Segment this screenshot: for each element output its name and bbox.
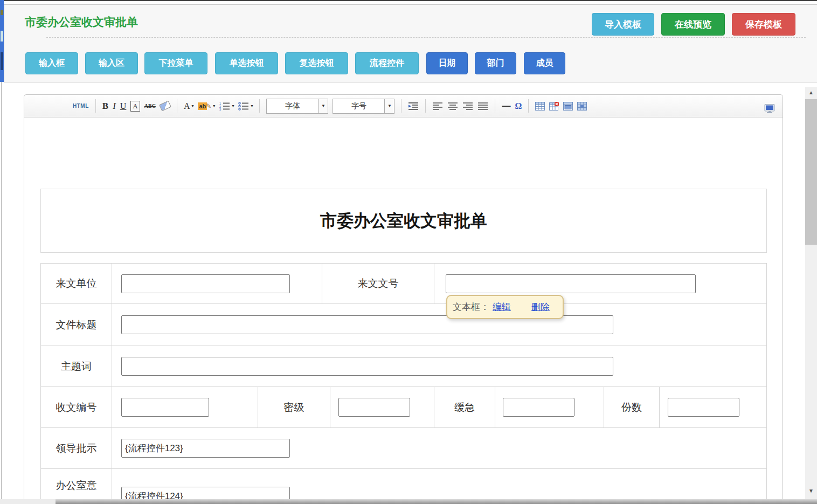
italic-button[interactable]: I — [113, 99, 116, 114]
background-window-mark — [1, 52, 3, 70]
delete-link[interactable]: 删除 — [531, 301, 550, 313]
editor-toolbar: HTML B I U A ABC A▾ ab✎▾ 123 ▾ ▾ 字体▼ 字号▼ — [24, 95, 783, 118]
component-button-checkbox[interactable]: 复选按钮 — [285, 52, 348, 74]
leader-instructions-input[interactable] — [121, 439, 290, 458]
source-code-button[interactable]: HTML — [73, 99, 89, 114]
component-button-input-box[interactable]: 输入框 — [25, 52, 78, 74]
toolbar-separator — [425, 99, 426, 113]
textbox-action-tooltip: 文本框： 编辑 删除 — [446, 295, 564, 319]
form-table: 来文单位 来文文号 文件标题 主题词 收文编号 密级 缓急 份数 — [40, 263, 767, 504]
component-button-date[interactable]: 日期 — [426, 52, 468, 74]
align-right-icon — [462, 102, 473, 111]
chevron-down-icon: ▼ — [318, 99, 328, 113]
save-template-button[interactable]: 保存模板 — [732, 13, 795, 36]
document-title-cell[interactable]: 市委办公室收文审批单 — [40, 189, 767, 253]
underline-button[interactable]: U — [120, 99, 127, 114]
special-character-button[interactable]: Ω — [515, 99, 522, 114]
horizontal-rule-button[interactable]: — — [502, 99, 510, 114]
field-label-urgency: 缓急 — [434, 387, 495, 427]
strikethrough-button[interactable]: ABC — [144, 99, 156, 114]
component-button-flow-control[interactable]: 流程控件 — [355, 52, 419, 74]
bold-button[interactable]: B — [102, 99, 108, 114]
font-family-select[interactable]: 字体▼ — [266, 99, 328, 114]
vertical-scrollbar[interactable]: ▲ ▼ — [805, 87, 817, 499]
field-label-subject-words: 主题词 — [41, 346, 112, 386]
toolbar-separator — [177, 99, 177, 113]
field-label-secrecy-level: 密级 — [258, 387, 330, 427]
align-left-icon — [432, 102, 443, 111]
component-button-dropdown[interactable]: 下拉菜单 — [144, 52, 207, 74]
format-button[interactable]: A — [130, 101, 140, 112]
background-window-mark — [1, 31, 3, 42]
unordered-list-button[interactable]: ▾ — [238, 99, 253, 114]
font-color-icon: A — [184, 101, 190, 111]
toolbar-separator — [528, 99, 529, 113]
table-cell — [112, 264, 322, 303]
copies-input[interactable] — [668, 398, 739, 417]
indent-button[interactable] — [408, 99, 419, 114]
field-label-receipt-number: 收文编号 — [41, 387, 112, 427]
background-window-sliver — [0, 0, 4, 82]
table-row: 来文单位 来文文号 — [41, 264, 766, 304]
delete-table-button[interactable] — [549, 99, 559, 114]
toolbar-separator — [401, 99, 401, 113]
subject-words-input[interactable] — [121, 357, 613, 376]
insert-table-icon — [535, 102, 545, 111]
online-preview-button[interactable]: 在线预览 — [661, 13, 725, 36]
tooltip-label: 文本框： — [453, 301, 489, 313]
background-window-mark — [1, 10, 3, 15]
highlight-color-button[interactable]: ab✎▾ — [198, 99, 215, 114]
component-button-member[interactable]: 成员 — [524, 52, 565, 74]
toolbar-separator — [95, 99, 96, 113]
field-label-leader-instructions: 领导批示 — [41, 428, 112, 468]
import-template-button[interactable]: 导入模板 — [592, 13, 654, 36]
table-cell — [112, 387, 258, 427]
table-row: 收文编号 密级 缓急 份数 — [41, 387, 766, 428]
ordered-list-button[interactable]: 123 ▾ — [219, 99, 234, 114]
edit-link[interactable]: 编辑 — [493, 301, 511, 313]
align-justify-button[interactable] — [477, 99, 488, 114]
align-justify-icon — [477, 102, 488, 111]
font-color-button[interactable]: A▾ — [184, 99, 194, 114]
scroll-down-icon[interactable]: ▼ — [805, 488, 817, 494]
incoming-unit-input[interactable] — [121, 274, 290, 293]
unordered-list-icon — [238, 102, 249, 111]
remove-format-button[interactable] — [160, 99, 170, 114]
insert-table-button[interactable] — [535, 99, 545, 114]
vertical-scrollbar-thumb[interactable] — [805, 99, 817, 245]
chevron-down-icon: ▾ — [251, 103, 253, 108]
urgency-input[interactable] — [503, 398, 574, 417]
table-row: 文件标题 — [41, 304, 766, 346]
align-left-button[interactable] — [432, 99, 443, 114]
secrecy-level-input[interactable] — [338, 398, 410, 417]
page-left-border — [1, 82, 2, 499]
component-button-department[interactable]: 部门 — [475, 52, 516, 74]
field-label-incoming-doc-number: 来文文号 — [322, 264, 434, 303]
font-size-select[interactable]: 字号▼ — [333, 99, 394, 114]
table-cell — [330, 387, 434, 427]
maximize-button[interactable] — [764, 101, 775, 116]
table-cell — [495, 387, 604, 427]
table-properties-button[interactable] — [563, 99, 573, 114]
component-button-radio[interactable]: 单选按钮 — [215, 52, 278, 74]
horizontal-scrollbar[interactable] — [0, 499, 817, 504]
incoming-doc-number-input[interactable] — [446, 274, 696, 293]
align-center-button[interactable] — [447, 99, 458, 114]
component-button-textarea[interactable]: 输入区 — [85, 52, 138, 74]
cell-properties-icon — [577, 102, 587, 111]
table-cell — [112, 428, 766, 468]
pencil-icon: ✎ — [206, 102, 211, 110]
scroll-up-icon[interactable]: ▲ — [805, 89, 817, 95]
toolbar-separator — [259, 99, 260, 113]
window-top-edge — [0, 0, 817, 1]
receipt-number-input[interactable] — [121, 398, 209, 417]
document-title: 市委办公室收文审批单 — [320, 210, 487, 232]
cell-properties-button[interactable] — [577, 99, 587, 114]
header-divider — [46, 37, 806, 38]
delete-table-icon — [549, 102, 559, 111]
field-label-document-title: 文件标题 — [41, 304, 112, 346]
align-right-button[interactable] — [462, 99, 473, 114]
table-cell — [660, 387, 766, 427]
table-cell — [112, 304, 766, 346]
header: 市委办公室收文审批单 导入模板 在线预览 保存模板 输入框 输入区 下拉菜单 单… — [4, 4, 817, 83]
